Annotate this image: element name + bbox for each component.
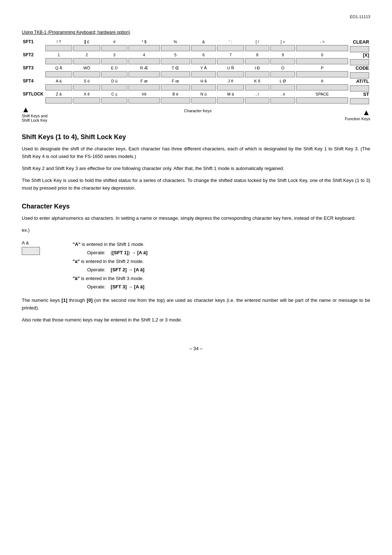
key-0-7: [ / — [245, 39, 269, 52]
key-1-2: 3 — [101, 52, 127, 65]
key-0-2: # — [101, 39, 127, 52]
key-2-1: WÖ — [73, 65, 100, 78]
row-label-sft4: SFT4 — [23, 78, 44, 92]
key-2-7: I·Ð — [245, 65, 269, 78]
key-descriptions: "A" is entered in the Shift 1 mode.Opera… — [73, 240, 147, 291]
row-label-sft1: SFT1 — [23, 39, 44, 52]
fn-key-st: ST — [349, 92, 369, 105]
char-keys-annotation: Character Keys — [54, 106, 341, 113]
key-desc-line-1: "A" is entered in the Shift 1 mode. — [73, 240, 147, 248]
key-0-0: ! ? — [45, 39, 72, 52]
key-desc-op-2: Operate: [SFT 2] → [A ä] — [73, 266, 147, 274]
key-3-9: ð — [296, 78, 348, 92]
keyboard-table: SFT1! ?ǁ £#* $%&' :[ /] +- =CLEARSFT2123… — [22, 39, 370, 104]
key-3-4: F œ — [161, 78, 190, 92]
key-2-0: Q Ä — [45, 65, 72, 78]
key-0-6: ' : — [217, 39, 244, 52]
key-4-3: Vé — [128, 92, 160, 105]
right-arrow-icon: ▲ — [362, 108, 370, 117]
key-0-3: * $ — [128, 39, 160, 52]
fn-key-code: CODE — [349, 65, 369, 78]
key-3-8: L Ø — [270, 78, 295, 92]
key-4-8: . ó — [270, 92, 295, 105]
key-1-8: 9 — [270, 52, 295, 65]
key-2-3: R Æ — [128, 65, 160, 78]
key-desc-op-3: Operate: [SFT 3] → [A ä] — [73, 283, 147, 291]
example-area: A ä "A" is entered in the Shift 1 mode.O… — [22, 240, 370, 291]
shift-para-2: The Shift Lock Key is used to hold the s… — [22, 177, 370, 192]
key-demo-label: A ä — [22, 240, 29, 246]
fn-keys-label: Function Keys — [345, 117, 370, 121]
row-label-sftlock: SFTLOCK — [23, 92, 44, 105]
char-para-0: Used to enter alpha/numerics as characte… — [22, 215, 370, 222]
key-4-7: , í — [245, 92, 269, 105]
key-0-4: % — [161, 39, 190, 52]
key-1-6: 7 — [217, 52, 244, 65]
key-2-5: Y Å — [191, 65, 216, 78]
key-1-0: 1 — [45, 52, 72, 65]
left-arrow-icon: ▲ — [22, 106, 30, 114]
shift-para-0: Used to designate the shift of the chara… — [22, 145, 370, 161]
key-demo: A ä — [22, 240, 51, 255]
key-0-1: ǁ £ — [73, 39, 100, 52]
doc-reference: EO1-11113 — [22, 15, 370, 19]
key-1-9: 0 — [296, 52, 348, 65]
key-3-5: H å — [191, 78, 216, 92]
key-3-7: K ß — [245, 78, 269, 92]
key-4-5: N ú — [191, 92, 216, 105]
example-label: ex.) — [22, 227, 370, 234]
shift-para-1: Shift Key 2 and Shift Key 3 are effectiv… — [22, 165, 370, 173]
key-1-5: 6 — [191, 52, 216, 65]
key-3-1: S ö — [73, 78, 100, 92]
key-1-3: 4 — [128, 52, 160, 65]
key-4-6: M á — [217, 92, 244, 105]
key-4-4: B è — [161, 92, 190, 105]
key-1-7: 8 — [245, 52, 269, 65]
key-desc-line-3: "ä" is entered in the Shift 3 mode. — [73, 274, 147, 283]
key-3-2: D ü — [101, 78, 127, 92]
keyboard-diagram: SFT1! ?ǁ £#* $%&' :[ /] +- =CLEARSFT2123… — [22, 39, 370, 122]
key-desc-line-2: "a" is entered in the Shift 2 mode. — [73, 257, 147, 266]
char-footer-0: The numeric keys [1] through [0] (on the… — [22, 297, 370, 312]
shift-keys-label2: Shift Lock Key — [22, 118, 47, 122]
fn-key-x: [X] — [349, 52, 369, 65]
character-keys-title: Character Keys — [22, 203, 370, 210]
key-4-2: C ç — [101, 92, 127, 105]
key-1-4: 5 — [161, 52, 190, 65]
key-0-5: & — [191, 39, 216, 52]
key-demo-box — [22, 247, 40, 255]
subtitle: Using TKB-1 (Programming Keyboard; hardw… — [22, 30, 370, 35]
keyboard-annotations: ▲ Shift Keys and Shift Lock Key Characte… — [22, 106, 370, 122]
shift-keys-annotation: ▲ Shift Keys and Shift Lock Key — [22, 106, 54, 122]
key-4-1: X ê — [73, 92, 100, 105]
key-4-0: Z â — [45, 92, 72, 105]
page-number: – 34 – — [22, 346, 370, 351]
fn-key-clear: CLEAR — [349, 39, 369, 52]
fn-keys-annotation: ▲ Function Keys — [341, 106, 370, 121]
fn-key-attl: AT/TL — [349, 78, 369, 92]
key-3-6: J ñ — [217, 78, 244, 92]
key-2-4: T Œ — [161, 65, 190, 78]
key-1-1: 2 — [73, 52, 100, 65]
key-2-6: U Ñ — [217, 65, 244, 78]
char-footer-1: Also note that those numeric keys may be… — [22, 316, 370, 324]
key-2-8: O — [270, 65, 295, 78]
key-0-9: - = — [296, 39, 348, 52]
key-0-8: ] + — [270, 39, 295, 52]
shift-keys-title: Shift Keys (1 to 4), Shift Lock Key — [22, 133, 370, 141]
key-2-2: E Ü — [101, 65, 127, 78]
key-3-3: F æ — [128, 78, 160, 92]
shift-keys-label1: Shift Keys and — [22, 114, 48, 118]
row-label-sft3: SFT3 — [23, 65, 44, 78]
key-2-9: P — [296, 65, 348, 78]
key-desc-op-1: Operate: ([SFT 1]) → [A ä] — [73, 248, 147, 257]
row-label-sft2: SFT2 — [23, 52, 44, 65]
key-3-0: A ä — [45, 78, 72, 92]
key-4-9: SPACE — [296, 92, 348, 105]
